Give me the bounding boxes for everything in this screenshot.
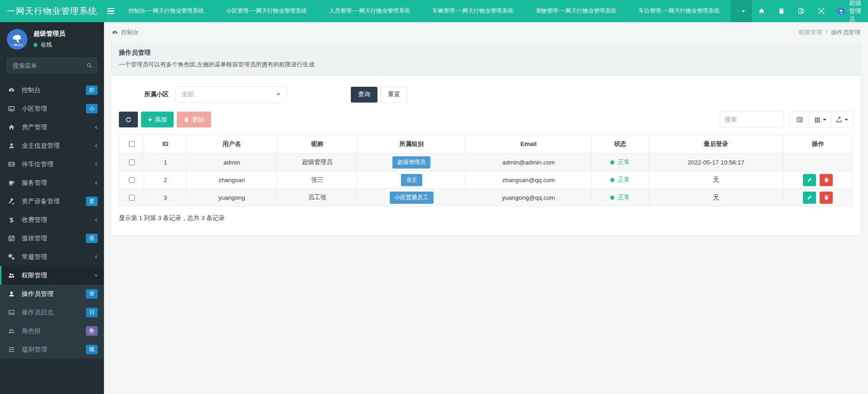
add-button[interactable]: + 添加	[141, 112, 174, 127]
sidebar-item-community[interactable]: 小区管理 小	[0, 99, 104, 118]
sidebar-item-console[interactable]: 控制台 控	[0, 81, 104, 99]
caret-down-icon	[844, 119, 848, 121]
cell-last-login: 2022-05-17 10:56:17	[649, 154, 783, 171]
sidebar-item-operator-admin[interactable]: 操作员管理 管	[0, 285, 104, 303]
delete-row-button[interactable]	[820, 192, 833, 204]
edit-row-button[interactable]	[803, 174, 816, 186]
trash-icon	[778, 8, 785, 14]
home-icon	[758, 8, 765, 14]
home-button[interactable]	[752, 0, 772, 22]
export-dropdown-button[interactable]	[831, 112, 853, 127]
sidebar-toggle-button[interactable]	[104, 0, 117, 22]
sidebar-item-label: 资产设备管理	[22, 197, 86, 206]
breadcrumb-parent[interactable]: 权限管理	[798, 28, 822, 37]
row-checkbox[interactable]	[129, 195, 135, 201]
panel-heading: 操作员管理 一个管理员可以有多个角色组,左侧的菜单根据管理员所拥有的权限进行生成	[111, 43, 861, 76]
col-last-login[interactable]: 最后登录	[649, 135, 783, 154]
sidebar-item-label: 操作员管理	[22, 290, 86, 298]
sidebar-item-label: 服务管理	[22, 179, 94, 187]
columns-dropdown-button[interactable]	[810, 112, 831, 127]
sidebar-item-duty[interactable]: 值班管理 值	[0, 229, 104, 248]
community-select[interactable]: 全部	[175, 86, 287, 103]
topbar-user-name: 超级管理员	[849, 0, 866, 23]
fullscreen-icon	[818, 8, 825, 14]
select-all-header	[119, 135, 144, 154]
operator-panel: 操作员管理 一个管理员可以有多个角色组,左侧的菜单根据管理员所拥有的权限进行生成…	[111, 42, 861, 235]
query-button[interactable]: 查询	[351, 87, 377, 103]
sidebar-item-charging[interactable]: $ 收费管理 ‹	[0, 211, 104, 229]
chevron-left-icon: ‹	[94, 216, 98, 224]
breadcrumb-section[interactable]: 控制台	[112, 28, 139, 37]
reset-button[interactable]: 重置	[381, 87, 407, 103]
app-title: 一网天行物业管理系统	[0, 0, 104, 22]
sidebar-search	[7, 58, 97, 74]
sidebar-menu: 控制台 控 小区管理 小 房产管理 ‹ 业主信息管理 ‹ 停车位管理 ‹ 服务管…	[0, 81, 104, 359]
image-icon	[1, 105, 22, 112]
tab-parking[interactable]: 车位管理-一网天行物业管理系统	[627, 0, 730, 22]
sidebar-item-owner-info[interactable]: 业主信息管理 ‹	[0, 136, 104, 155]
table-row[interactable]: 2 zhangsan 张三 业主 zhangsan@qq.com 正常 无	[119, 171, 853, 189]
sidebar-item-parking-space[interactable]: 停车位管理 ‹	[0, 155, 104, 174]
topbar-user-menu[interactable]: 超级管理员	[831, 0, 868, 22]
view-button-group	[789, 112, 853, 127]
tab-vehicle[interactable]: 车辆管理-一网天行物业管理系统	[421, 0, 524, 22]
clear-trash-button[interactable]	[772, 0, 792, 22]
home-icon	[1, 124, 22, 131]
sidebar-item-operator-log[interactable]: 操作员日志 日	[0, 303, 104, 322]
topbar: 一网天行物业管理系统 控制台-一网天行物业管理系统 小区管理-一网天行物业管理系…	[0, 0, 868, 22]
col-status[interactable]: 状态	[592, 135, 649, 154]
refresh-button[interactable]	[119, 112, 138, 127]
cell-email: admin@admin.com	[466, 154, 592, 171]
trash-icon	[824, 177, 829, 183]
breadcrumb: 权限管理 / 操作员管理	[798, 28, 860, 37]
tabs-list-dropdown-button[interactable]	[731, 0, 752, 22]
menu-badge: 控	[86, 85, 98, 95]
sidebar-item-rule-admin[interactable]: 规则管理 规	[0, 340, 104, 359]
sidebar-item-general[interactable]: 常规管理 ‹	[0, 248, 104, 266]
delete-row-button[interactable]	[820, 174, 833, 186]
tab-pet[interactable]: 宠物管理-一网天行物业管理系统	[524, 0, 627, 22]
delete-button-label: 删除	[192, 116, 204, 124]
edit-row-button[interactable]	[803, 192, 816, 204]
pencil-icon	[807, 195, 812, 200]
cell-select	[119, 189, 144, 206]
sidebar-item-label: 收费管理	[22, 216, 94, 224]
caret-down-icon	[741, 10, 745, 12]
row-checkbox[interactable]	[129, 177, 135, 183]
fullscreen-button[interactable]	[811, 0, 831, 22]
sidebar-item-property[interactable]: 房产管理 ‹	[0, 118, 104, 136]
sidebar-item-service[interactable]: 服务管理 ‹	[0, 174, 104, 192]
col-email[interactable]: Email	[466, 135, 592, 154]
col-group[interactable]: 所属组别	[358, 135, 466, 154]
dashboard-icon	[1, 87, 22, 94]
col-username[interactable]: 用户名	[187, 135, 277, 154]
menu-search-input[interactable]	[7, 58, 97, 74]
tab-personnel[interactable]: 人员管理-一网天行物业管理系统	[318, 0, 421, 22]
row-checkbox[interactable]	[129, 159, 135, 165]
tab-console[interactable]: 控制台-一网天行物业管理系统	[117, 0, 215, 22]
detail-view-button[interactable]	[789, 112, 810, 127]
sidebar-item-role-group[interactable]: 角色组 角	[0, 322, 104, 340]
cell-id: 1	[144, 154, 187, 171]
cell-last-login: 无	[649, 189, 783, 206]
cell-status: 正常	[592, 189, 649, 206]
chevron-left-icon: ‹	[94, 123, 98, 131]
select-all-checkbox[interactable]	[129, 141, 135, 147]
sidebar-item-permission[interactable]: 权限管理 ‹	[0, 266, 104, 285]
sidebar-user-status: 在线	[33, 41, 65, 49]
tab-community[interactable]: 小区管理-一网天行物业管理系统	[215, 0, 318, 22]
list-alt-icon	[797, 117, 803, 123]
cell-username: admin	[187, 154, 277, 171]
clear-cache-button[interactable]	[792, 0, 811, 22]
table-search-input[interactable]	[720, 112, 784, 127]
sidebar-item-label: 小区管理	[22, 105, 86, 113]
user-icon	[1, 291, 22, 297]
sidebar-item-asset-equipment[interactable]: 资产设备管理 资	[0, 192, 104, 211]
col-nickname[interactable]: 昵称	[277, 135, 358, 154]
sidebar-submenu-wrap: 操作员管理 管 操作员日志 日 角色组 角 规则管理 规	[0, 285, 104, 359]
table-row[interactable]: 3 yuangong 员工张 小区普通员工 yuangong@qq.com 正常…	[119, 189, 853, 206]
cell-nickname: 张三	[277, 171, 358, 189]
table-row[interactable]: 1 admin 超级管理员 超级管理员 admin@admin.com 正常 2…	[119, 154, 853, 171]
col-id[interactable]: ID	[144, 135, 187, 154]
delete-button[interactable]: 删除	[177, 112, 211, 127]
